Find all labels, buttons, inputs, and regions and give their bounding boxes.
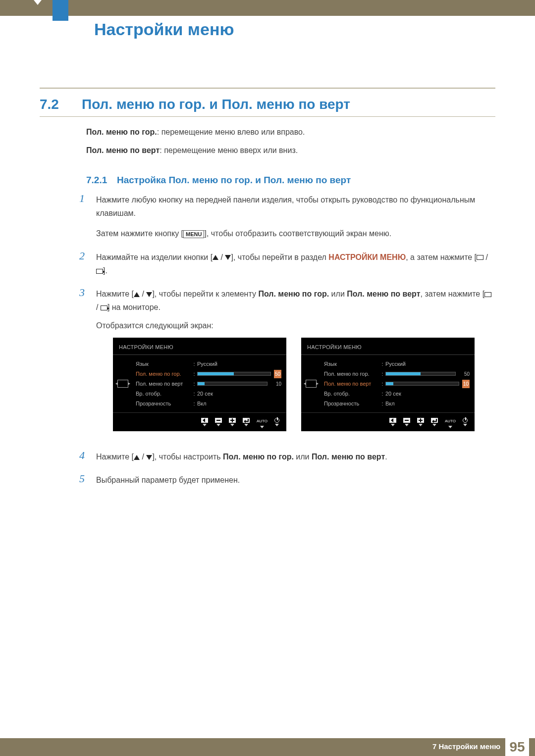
section-number: 7.2 <box>40 97 59 112</box>
osd-value: 50 <box>274 370 281 378</box>
osd-panel-2: НАСТРОЙКИ МЕНЮ Язык:Русский Пол. меню по… <box>301 338 475 431</box>
chapter-tab <box>53 0 68 21</box>
divider <box>40 88 495 89</box>
header-bar <box>0 0 535 16</box>
osd-label: Вр. отобр. <box>321 389 379 399</box>
osd-value: 20 сек <box>197 389 281 399</box>
text: . <box>385 453 387 461</box>
step-text: Нажмите [ / ], чтобы настроить Пол. меню… <box>96 450 493 463</box>
step-number: 3 <box>79 287 96 440</box>
term: Пол. меню по гор. <box>223 453 294 461</box>
section-title: Пол. меню по гор. и Пол. меню по верт <box>82 97 350 112</box>
minus-icon <box>215 418 222 423</box>
text: или <box>294 453 312 461</box>
plus-icon <box>229 418 236 423</box>
arrow-down-icon <box>225 255 231 260</box>
arrow-down-icon <box>146 455 152 460</box>
osd-label: Прозрачность <box>133 399 191 408</box>
back-icon <box>389 418 396 423</box>
text: : перемещение меню вверх или вниз. <box>160 146 298 154</box>
subsection-number: 7.2.1 <box>86 175 107 186</box>
power-icon <box>463 418 468 423</box>
enter-icon <box>96 269 103 274</box>
osd-position-icon <box>117 380 128 388</box>
text: Нажмите [ <box>96 453 134 461</box>
term: Пол. меню по верт <box>312 453 385 461</box>
osd-value: Русский <box>385 359 470 369</box>
text: : перемещение меню влево или вправо. <box>157 128 305 136</box>
text: Нажимайте на изделии кнопки [ <box>96 253 213 261</box>
back-icon <box>201 418 208 423</box>
page-footer: 7 Настройки меню 95 <box>0 738 535 756</box>
power-icon <box>274 418 279 423</box>
text: или <box>329 290 347 298</box>
osd-value: Вкл <box>197 399 281 408</box>
arrow-up-icon <box>134 292 140 297</box>
step-text: Нажмите [ / ], чтобы перейти к элементу … <box>96 287 493 440</box>
step-text: Отобразится следующий экран: <box>96 319 493 332</box>
subsection-title: Настройка Пол. меню по гор. и Пол. меню … <box>117 175 351 186</box>
step-2: 2 Нажимайте на изделии кнопки [ / ], что… <box>79 251 493 277</box>
step-1: 1 Нажмите любую кнопку на передней панел… <box>79 193 493 241</box>
osd-title: НАСТРОЙКИ МЕНЮ <box>113 343 286 355</box>
step-number: 2 <box>79 251 96 277</box>
osd-label: Пол. меню по гор. <box>133 369 191 379</box>
highlighted-term: НАСТРОЙКИ МЕНЮ <box>328 253 406 261</box>
source-icon <box>477 255 483 260</box>
text: ], чтобы отобразить соответствующий экра… <box>204 229 391 238</box>
osd-footer: AUTO <box>113 412 286 431</box>
text: , а затем нажмите [ <box>406 253 477 261</box>
auto-label: AUTO <box>445 418 456 425</box>
text: ], чтобы перейти в раздел <box>231 253 328 261</box>
step-number: 1 <box>79 193 96 241</box>
arrow-up-icon <box>134 455 140 460</box>
osd-label: Пол. меню по верт <box>321 379 379 389</box>
intro-paragraph-2: Пол. меню по верт: перемещение меню ввер… <box>86 146 298 155</box>
footer-chapter: 7 Настройки меню <box>432 742 500 751</box>
term: Пол. меню по гор. <box>86 128 157 136</box>
minus-icon <box>403 418 410 423</box>
enter-icon <box>431 418 438 423</box>
auto-label: AUTO <box>257 418 268 425</box>
step-4: 4 Нажмите [ / ], чтобы настроить Пол. ме… <box>79 450 493 463</box>
osd-label: Язык <box>321 359 379 369</box>
source-icon <box>484 292 491 297</box>
osd-label: Язык <box>133 359 191 369</box>
enter-icon <box>101 305 107 310</box>
header-triangle-icon <box>34 0 42 5</box>
text: Нажмите [ <box>96 290 134 298</box>
term: Пол. меню по гор. <box>258 290 329 298</box>
plus-icon <box>417 418 424 423</box>
osd-value: 50 <box>459 370 470 378</box>
step-number: 4 <box>79 450 96 463</box>
menu-button-icon: MENU <box>183 230 204 238</box>
enter-icon <box>243 418 250 423</box>
osd-title: НАСТРОЙКИ МЕНЮ <box>301 343 475 355</box>
osd-footer: AUTO <box>301 412 475 431</box>
step-text: Нажимайте на изделии кнопки [ / ], чтобы… <box>96 251 493 277</box>
divider <box>40 116 495 117</box>
osd-value: Вкл <box>385 399 470 408</box>
steps-list: 1 Нажмите любую кнопку на передней панел… <box>79 193 493 497</box>
text: , затем нажмите [ <box>421 290 485 298</box>
arrow-down-icon <box>146 292 152 297</box>
osd-value: Русский <box>197 359 281 369</box>
footer-page-number: 95 <box>505 735 529 756</box>
osd-value: 20 сек <box>385 389 470 399</box>
text: ], чтобы перейти к элементу <box>152 290 258 298</box>
osd-screenshots: НАСТРОЙКИ МЕНЮ Язык:Русский Пол. меню по… <box>113 338 493 431</box>
page-title: Настройки меню <box>94 20 234 39</box>
step-5: 5 Выбранный параметр будет применен. <box>79 473 493 487</box>
term: Пол. меню по верт <box>86 146 160 154</box>
text: ], чтобы настроить <box>152 453 223 461</box>
text: Затем нажмите кнопку [ <box>96 229 183 238</box>
osd-label: Пол. меню по верт <box>133 379 191 389</box>
step-text: Выбранный параметр будет применен. <box>96 473 493 487</box>
osd-value: 10 <box>270 380 281 388</box>
osd-panel-1: НАСТРОЙКИ МЕНЮ Язык:Русский Пол. меню по… <box>113 338 286 431</box>
osd-label: Прозрачность <box>321 399 379 408</box>
osd-label: Вр. отобр. <box>133 389 191 399</box>
step-number: 5 <box>79 473 96 487</box>
text: ] на мониторе. <box>107 303 160 311</box>
step-text: Затем нажмите кнопку [MENU], чтобы отобр… <box>96 227 493 240</box>
